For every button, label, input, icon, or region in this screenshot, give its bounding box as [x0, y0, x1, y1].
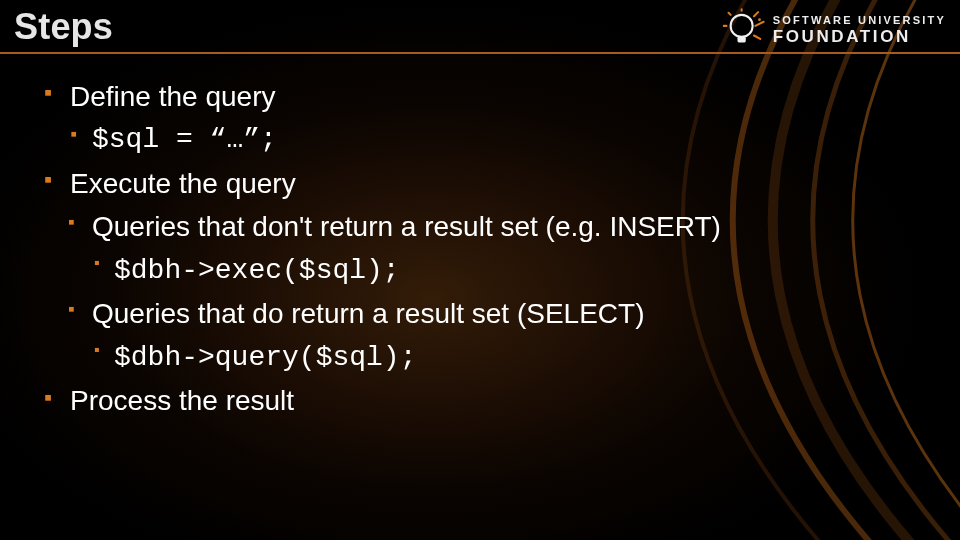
- logo-line2: FOUNDATION: [773, 28, 946, 45]
- bullet-exec-code: $dbh->exec($sql);: [92, 250, 920, 291]
- bullet-query-code: $dbh->query($sql);: [92, 337, 920, 378]
- slide: SOFTWARE UNIVERSITY FOUNDATION Steps Def…: [0, 0, 960, 540]
- svg-point-0: [730, 15, 752, 37]
- bullet-with-result-set: Queries that do return a result set (SEL…: [68, 293, 920, 334]
- slide-content: Define the query $sql = “…”; Execute the…: [0, 54, 960, 422]
- bullet-define-query: Define the query: [44, 76, 920, 117]
- bullet-execute-query: Execute the query: [44, 163, 920, 204]
- logo-text: SOFTWARE UNIVERSITY FOUNDATION: [773, 15, 946, 45]
- svg-point-2: [758, 18, 761, 21]
- lightbulb-icon: [721, 8, 765, 52]
- bullet-process-result: Process the result: [44, 380, 920, 421]
- logo: SOFTWARE UNIVERSITY FOUNDATION: [721, 8, 946, 52]
- logo-line1: SOFTWARE UNIVERSITY: [773, 15, 946, 26]
- svg-rect-1: [737, 37, 745, 43]
- bullet-sql-assign: $sql = “…”;: [68, 119, 920, 160]
- bullet-no-result-set: Queries that don't return a result set (…: [68, 206, 920, 247]
